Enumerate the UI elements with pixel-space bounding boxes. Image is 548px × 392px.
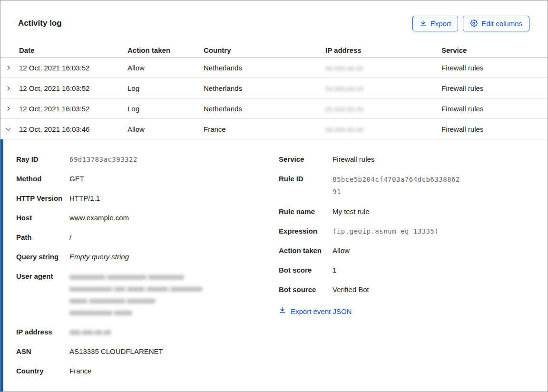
detail-field-asn: ASN AS13335 CLOUDFLARENET bbox=[16, 346, 279, 357]
cell-action: Log bbox=[127, 84, 204, 92]
event-detail-panel: Ray ID 69d13783ac393322 Method GET HTTP … bbox=[0, 139, 548, 392]
detail-field-user-agent: User agent xxxxxxxxxx xxxxxxxxxxx xxxxxx… bbox=[16, 271, 279, 318]
detail-field-host: Host www.example.com bbox=[16, 212, 279, 224]
cell-date: 12 Oct, 2021 16:03:52 bbox=[19, 64, 127, 72]
cell-date: 12 Oct, 2021 16:03:46 bbox=[19, 125, 127, 133]
detail-right-column: Service Firewall rules Rule ID 85bce5b20… bbox=[279, 154, 548, 385]
detail-field-http-version: HTTP Version HTTP/1.1 bbox=[16, 193, 279, 204]
cell-date: 12 Oct, 2021 16:03:52 bbox=[19, 84, 127, 92]
chevron-right-icon[interactable] bbox=[0, 64, 19, 71]
chevron-right-icon[interactable] bbox=[0, 105, 19, 112]
cell-service: Firewall rules bbox=[441, 84, 548, 92]
column-header-service: Service bbox=[441, 46, 548, 54]
cell-ip-redacted: xx.xxx.xx.xx bbox=[325, 125, 441, 133]
export-button[interactable]: Export bbox=[412, 16, 458, 31]
cell-service: Firewall rules bbox=[441, 125, 548, 133]
detail-field-path: Path / bbox=[16, 232, 279, 243]
activity-log-page: Activity log Export Edit columns bbox=[0, 0, 548, 392]
cell-country: Netherlands bbox=[204, 64, 325, 72]
detail-field-rule-name: Rule name My test rule bbox=[279, 206, 548, 217]
toolbar: Export Edit columns bbox=[412, 16, 529, 31]
detail-field-country: Country France bbox=[16, 365, 279, 377]
table-header: Date Action taken Country IP address Ser… bbox=[0, 43, 548, 58]
detail-field-bot-source: Bot source Verified Bot bbox=[279, 284, 548, 295]
table-row[interactable]: 12 Oct, 2021 16:03:52 Log Netherlands xx… bbox=[0, 98, 548, 119]
page-title: Activity log bbox=[18, 19, 62, 28]
column-header-country: Country bbox=[204, 46, 325, 54]
column-header-date: Date bbox=[19, 46, 127, 54]
detail-field-rule-id: Rule ID 85bce5b204cf4703a764dcb633886291 bbox=[279, 173, 548, 198]
download-icon bbox=[279, 307, 286, 315]
detail-field-ray-id: Ray ID 69d13783ac393322 bbox=[16, 154, 279, 165]
detail-left-column: Ray ID 69d13783ac393322 Method GET HTTP … bbox=[16, 154, 279, 385]
export-button-label: Export bbox=[431, 20, 451, 28]
chevron-down-icon[interactable] bbox=[0, 126, 19, 133]
export-event-json-link[interactable]: Export event JSON bbox=[279, 307, 548, 315]
detail-field-expression: Expression (ip.geoip.asnum eq 13335) bbox=[279, 225, 548, 237]
download-icon bbox=[420, 20, 427, 27]
cell-country: Netherlands bbox=[204, 105, 325, 113]
cell-country: France bbox=[204, 125, 325, 133]
cell-action: Log bbox=[127, 105, 204, 113]
cell-ip-redacted: xx.xxx.xx.xx bbox=[325, 105, 441, 113]
cell-action: Allow bbox=[127, 125, 204, 133]
detail-field-query-string: Query string Empty query string bbox=[16, 251, 279, 263]
edit-columns-button[interactable]: Edit columns bbox=[463, 16, 529, 31]
cell-ip-redacted: xx.xxx.xx.xx bbox=[325, 84, 441, 92]
chevron-right-icon[interactable] bbox=[0, 85, 19, 92]
table-row[interactable]: 12 Oct, 2021 16:03:52 Allow Netherlands … bbox=[0, 58, 548, 78]
column-header-action: Action taken bbox=[127, 46, 204, 54]
detail-field-service: Service Firewall rules bbox=[279, 154, 548, 165]
table-row[interactable]: 12 Oct, 2021 16:03:52 Log Netherlands xx… bbox=[0, 78, 548, 98]
table-row-expanded[interactable]: 12 Oct, 2021 16:03:46 Allow France xx.xx… bbox=[0, 119, 548, 139]
cell-service: Firewall rules bbox=[441, 105, 548, 113]
gear-icon bbox=[470, 20, 478, 27]
column-header-ip: IP address bbox=[325, 46, 441, 54]
cell-ip-redacted: xx.xxx.xx.xx bbox=[325, 64, 441, 72]
cell-country: Netherlands bbox=[204, 84, 325, 92]
edit-columns-button-label: Edit columns bbox=[481, 20, 522, 28]
detail-field-action-taken: Action taken Allow bbox=[279, 245, 548, 256]
cell-action: Allow bbox=[127, 64, 204, 72]
cell-service: Firewall rules bbox=[441, 64, 548, 72]
page-header: Activity log Export Edit columns bbox=[0, 0, 548, 33]
detail-field-method: Method GET bbox=[16, 173, 279, 185]
detail-field-ip-address: IP address xxx.xxx.xx.xx bbox=[16, 326, 279, 338]
export-event-json-label: Export event JSON bbox=[291, 307, 352, 315]
detail-field-bot-score: Bot score 1 bbox=[279, 265, 548, 276]
cell-date: 12 Oct, 2021 16:03:52 bbox=[19, 105, 127, 113]
